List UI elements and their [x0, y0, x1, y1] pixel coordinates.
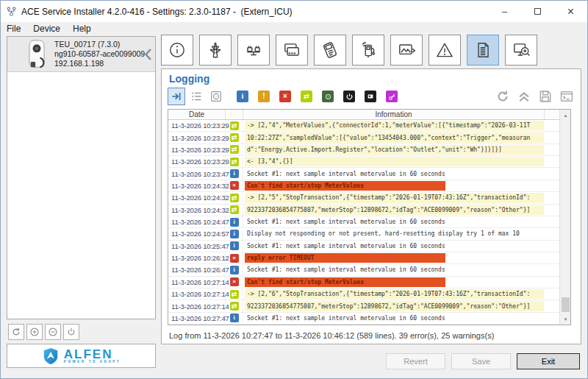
close-button[interactable]: ×: [554, 1, 587, 22]
info-log-icon: i: [230, 241, 239, 250]
tab-grid-connection[interactable]: [199, 35, 232, 65]
save-log-button[interactable]: [537, 88, 553, 105]
power-device-button[interactable]: [63, 324, 79, 340]
log-row[interactable]: 11-3-2026 10:27:14 ⇄ -> [2,"6","StopTran…: [168, 288, 559, 300]
remove-device-button[interactable]: [45, 324, 61, 340]
log-message: Socket #1: next sample interval meterval…: [245, 265, 558, 274]
revert-button[interactable]: Revert: [386, 353, 445, 369]
log-row[interactable]: 11-3-2026 10:27:47 i Socket #1: next sam…: [168, 313, 559, 325]
grid-connection-icon: [206, 40, 225, 60]
exit-button[interactable]: Exit: [517, 353, 580, 369]
device-info-text: TEU_00717 (7.3.0) ng910-60587-ace0099009…: [54, 40, 145, 68]
column-header-icon[interactable]: [226, 110, 243, 119]
menu-bar: File Device Help: [1, 22, 587, 35]
log-row[interactable]: 11-3-2026 10:26:12 × reply error TIMEOUT: [168, 252, 559, 264]
log-row[interactable]: 11-3-2026 10:24:32 × Can't find start/st…: [168, 180, 559, 192]
chevron-left-icon[interactable]: [145, 49, 151, 60]
log-message: Can't find start/stop MeterValues: [245, 181, 445, 191]
filter-record-button[interactable]: [207, 88, 225, 105]
tab-error-warning[interactable]: [429, 35, 461, 65]
filter-terminal-button[interactable]: [365, 91, 376, 102]
filter-list-button[interactable]: [187, 88, 205, 105]
log-row[interactable]: 11-3-2026 10:23:29 ⇄ -> [2,"4","MeterVal…: [168, 120, 559, 132]
brand-name: ALFEN: [64, 349, 121, 360]
device-list-item[interactable]: TEU_00717 (7.3.0) ng910-60587-ace0099009…: [7, 37, 155, 72]
msg-log-icon: ⇄: [230, 145, 239, 154]
info-log-icon: i: [230, 169, 239, 178]
tab-logging[interactable]: [467, 35, 499, 65]
tab-authorization-cards[interactable]: [276, 35, 308, 65]
log-date: 11-3-2026 10:27:14: [168, 300, 226, 311]
log-date: 11-3-2026 10:27:14: [168, 288, 226, 300]
filter-follow-tail-button[interactable]: [168, 88, 185, 105]
log-message: Socket #1: next sample interval meterval…: [245, 217, 558, 227]
maximize-button[interactable]: [521, 1, 554, 22]
save-button[interactable]: Save: [451, 353, 511, 369]
filter-session-button[interactable]: [322, 91, 334, 102]
log-message: Socket #1: next sample interval meterval…: [245, 314, 558, 323]
info-log-icon: i: [230, 314, 239, 322]
log-row[interactable]: 11-3-2026 10:23:29 ⇄ d":"Energy.Active.I…: [168, 144, 559, 156]
title-bar: ACE Service Installer 4.2.0-416 - Settin…: [1, 1, 587, 22]
scrollbar-thumb[interactable]: [562, 297, 570, 312]
collapse-all-button[interactable]: [516, 88, 532, 105]
tab-diagnostics[interactable]: [505, 35, 537, 65]
tab-display-image[interactable]: [390, 35, 423, 65]
log-date: 11-3-2026 10:23:29: [168, 120, 226, 131]
device-name: TEU_00717 (7.3.0): [54, 40, 145, 49]
refresh-devices-button[interactable]: [8, 324, 24, 340]
log-row[interactable]: 11-3-2026 10:23:47 i Socket #1: next sam…: [168, 168, 559, 180]
log-message: Socket #1: next sample interval meterval…: [245, 169, 558, 178]
log-row[interactable]: 11-3-2026 10:23:29 ⇄ 10:22:27Z","sampled…: [168, 132, 559, 144]
msg-log-icon: ⇄: [230, 194, 239, 202]
log-message: Socket #1: next sample interval meterval…: [245, 241, 558, 251]
logging-title: Logging: [169, 73, 209, 85]
brand-tagline: POWER TO ADAPT: [64, 360, 121, 364]
filter-message-button[interactable]: ⇄: [301, 91, 312, 102]
msg-log-icon: ⇄: [230, 302, 239, 311]
refresh-button[interactable]: [495, 88, 511, 105]
logging-panel: Logging i!×⇄ Date Information 11-3-2026 …: [161, 68, 581, 344]
tab-charging-station[interactable]: [352, 35, 384, 65]
tab-load-balancing[interactable]: [237, 35, 270, 65]
filter-info-button[interactable]: i: [237, 91, 248, 102]
log-row[interactable]: 11-3-2026 10:24:32 ⇄ -> [2,"5","StopTran…: [168, 192, 559, 204]
menu-device[interactable]: Device: [33, 24, 67, 34]
menu-file[interactable]: File: [7, 24, 27, 34]
log-scrollbar[interactable]: ▲ ▼: [559, 110, 570, 325]
msg-log-icon: ⇄: [230, 157, 239, 166]
console-button[interactable]: [559, 88, 575, 105]
filter-power-button[interactable]: [343, 91, 355, 102]
log-row[interactable]: 11-3-2026 10:23:29 ⇄ <- [3,"4",{}]: [168, 156, 559, 168]
device-info-icon: [168, 40, 187, 60]
refresh-icon: [11, 327, 21, 337]
log-row[interactable]: 11-3-2026 10:24:57 i Display not respond…: [168, 228, 559, 240]
log-date: 11-3-2026 10:24:32: [168, 192, 226, 203]
device-actions: [8, 324, 79, 340]
filter-key-button[interactable]: [386, 91, 398, 102]
add-device-button[interactable]: [26, 324, 43, 340]
log-row[interactable]: 11-3-2026 10:27:14 ⇄ 9223372036854775807…: [168, 300, 559, 312]
window-title: ACE Service Installer 4.2.0-416 - Settin…: [21, 7, 293, 17]
log-row[interactable]: 11-3-2026 10:26:47 i Socket #1: next sam…: [168, 264, 559, 276]
log-row[interactable]: 11-3-2026 10:27:14 × Can't find start/st…: [168, 277, 559, 288]
log-row[interactable]: 11-3-2026 10:25:47 i Socket #1: next sam…: [168, 241, 559, 252]
filter-warning-button[interactable]: !: [258, 91, 270, 102]
log-table: Date Information 11-3-2026 10:23:29 ⇄ ->…: [168, 109, 571, 325]
scroll-down-icon[interactable]: ▼: [560, 314, 571, 325]
log-date: 11-3-2026 10:24:47: [168, 216, 226, 227]
tab-payment-terminal[interactable]: [314, 35, 346, 65]
log-date: 11-3-2026 10:24:32: [168, 205, 226, 216]
scroll-up-icon[interactable]: ▲: [560, 110, 571, 121]
minimize-button[interactable]: –: [488, 1, 521, 22]
diagnostics-icon: [512, 40, 531, 60]
column-header-date[interactable]: Date: [168, 110, 226, 119]
log-row[interactable]: 11-3-2026 10:24:47 i Socket #1: next sam…: [168, 216, 559, 228]
error-log-icon: ×: [230, 181, 239, 190]
menu-help[interactable]: Help: [73, 24, 98, 34]
column-header-information[interactable]: Information: [243, 110, 545, 119]
log-date: 11-3-2026 10:26:12: [168, 252, 226, 263]
filter-error-button[interactable]: ×: [279, 91, 291, 102]
tab-device-info[interactable]: [161, 35, 193, 65]
log-row[interactable]: 11-3-2026 10:24:32 ⇄ 9223372036854775807…: [168, 205, 559, 216]
